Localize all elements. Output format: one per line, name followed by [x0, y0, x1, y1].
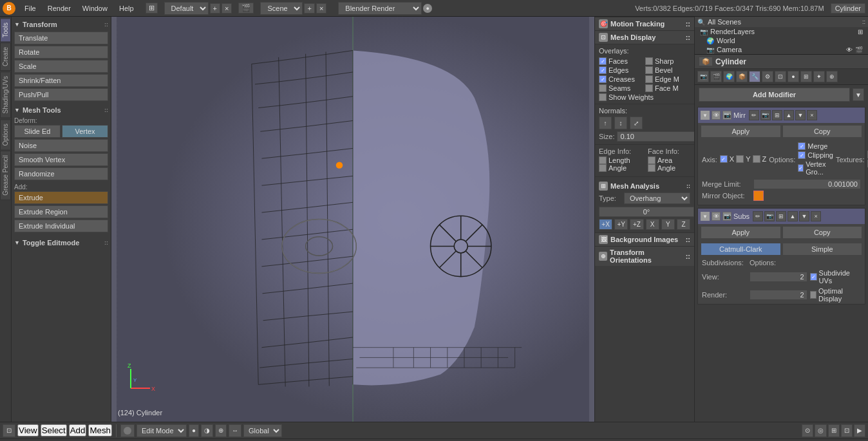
- background-images-header[interactable]: 🖼 Background Images ::: [595, 233, 694, 246]
- bevel-checkbox[interactable]: [645, 66, 653, 74]
- prop-icon-physics[interactable]: ⊕: [826, 71, 838, 82]
- mesh-display-header[interactable]: ⊡ Mesh Display ::: [595, 31, 694, 44]
- tab-grease-pencil[interactable]: Grease Pencil: [0, 151, 11, 200]
- help-menu[interactable]: Help: [114, 3, 139, 14]
- render-engine-selector[interactable]: Blender Render: [338, 2, 422, 15]
- prop-icon-constraints[interactable]: 🔧: [749, 71, 760, 82]
- catmull-clark-btn[interactable]: Catmull-Clark: [701, 243, 781, 256]
- slide-edge-btn[interactable]: Slide Ed: [14, 125, 61, 138]
- add-modifier-btn[interactable]: Add Modifier: [699, 88, 850, 102]
- subdivision-render-icon2[interactable]: ⊞: [776, 211, 786, 221]
- transform-space-selector[interactable]: Global: [243, 424, 282, 437]
- angle-val-1[interactable]: [599, 207, 694, 217]
- seams-checkbox[interactable]: [599, 84, 607, 92]
- randomize-btn[interactable]: Randomize: [14, 167, 108, 180]
- vertex-btn[interactable]: Vertex: [62, 125, 108, 138]
- mirror-render-icon2[interactable]: ⊞: [772, 110, 782, 120]
- file-menu[interactable]: File: [19, 3, 41, 14]
- screen-selector[interactable]: Default: [164, 2, 209, 15]
- smooth-vertex-btn[interactable]: Smooth Vertex: [14, 153, 108, 166]
- axis-plus-y-btn[interactable]: +Y: [614, 219, 628, 230]
- view-value-input[interactable]: [750, 272, 807, 282]
- subdivision-render-icon[interactable]: 📷: [722, 212, 731, 221]
- subdivision-collapse-btn[interactable]: ▼: [701, 212, 710, 221]
- screen-add-icon[interactable]: +: [210, 3, 220, 14]
- add-modifier-dropdown[interactable]: ▼: [853, 88, 864, 101]
- show-weights-checkbox[interactable]: [599, 93, 607, 101]
- motion-tracking-header[interactable]: 🎯 Motion Tracking ::: [595, 17, 694, 30]
- camera-vis-icon[interactable]: 👁: [846, 46, 853, 53]
- scene-selector[interactable]: Scene: [260, 2, 303, 15]
- mirror-y-checkbox[interactable]: [736, 155, 744, 163]
- subdivide-uvs-checkbox[interactable]: [810, 273, 817, 281]
- mirror-copy-btn[interactable]: Copy: [782, 125, 863, 138]
- prop-icon-world[interactable]: 🌍: [723, 71, 735, 82]
- axis-y-btn[interactable]: Y: [661, 219, 675, 230]
- mirror-apply-btn[interactable]: Apply: [701, 125, 781, 138]
- prop-icon-material[interactable]: ●: [788, 71, 799, 82]
- screen-remove-icon[interactable]: ×: [222, 3, 232, 14]
- merge-limit-input[interactable]: [753, 179, 861, 189]
- subdivision-up-icon[interactable]: ▲: [788, 211, 798, 221]
- noise-btn[interactable]: Noise: [14, 139, 108, 152]
- prop-icon-data[interactable]: ⊡: [775, 71, 786, 82]
- prop-icon-scene[interactable]: 🎬: [710, 71, 722, 82]
- viewport-shading-icon[interactable]: ●: [189, 424, 199, 437]
- axis-x-btn[interactable]: X: [646, 219, 659, 230]
- viewport-mode-icon[interactable]: ◑: [201, 424, 213, 437]
- scale-btn[interactable]: Scale: [14, 60, 108, 73]
- outliner-item-camera[interactable]: 📷 Camera 👁 🎬: [695, 45, 868, 54]
- tab-options[interactable]: Options: [0, 119, 11, 150]
- outliner-item-renderlayers[interactable]: 📷 RenderLayers ⊞: [695, 27, 868, 36]
- mirror-close-icon[interactable]: ×: [807, 110, 817, 120]
- mirror-render-icon[interactable]: 📷: [722, 111, 731, 120]
- tab-create[interactable]: Create: [0, 42, 11, 71]
- scene-remove-icon[interactable]: ×: [316, 3, 326, 14]
- camera-render-icon[interactable]: 🎬: [855, 46, 863, 53]
- mesh-analysis-header[interactable]: ⊞ Mesh Analysis ::: [599, 180, 690, 192]
- extrude-individual-btn[interactable]: Extrude Individual: [14, 220, 108, 232]
- mirror-camera-icon[interactable]: 📷: [760, 110, 771, 120]
- type-select[interactable]: Overhang: [624, 192, 690, 204]
- sharp-checkbox[interactable]: [645, 57, 653, 65]
- mirror-down-icon[interactable]: ▼: [795, 110, 806, 120]
- prop-icon-texture[interactable]: ⊞: [800, 71, 812, 82]
- push-pull-btn[interactable]: Push/Pull: [14, 88, 108, 101]
- prop-icon-render[interactable]: 📷: [697, 71, 709, 82]
- axis-plus-x-btn[interactable]: +X: [599, 219, 612, 230]
- edges-checkbox[interactable]: [599, 66, 607, 74]
- transform-orientations-header[interactable]: ⊕ Transform Orientations ::: [595, 247, 694, 266]
- clipping-checkbox[interactable]: [798, 151, 806, 159]
- size-input[interactable]: [617, 131, 694, 142]
- render-value-input[interactable]: [750, 290, 807, 300]
- proportional-icon[interactable]: ◎: [815, 424, 827, 437]
- creases-checkbox[interactable]: [599, 75, 607, 83]
- viewport[interactable]: Back Ortho Bastue: [111, 17, 594, 422]
- prop-icon-modifiers[interactable]: ⚙: [762, 71, 773, 82]
- shrink-fatten-btn[interactable]: Shrink/Fatten: [14, 74, 108, 87]
- mirror-snap-icon[interactable]: ⊞: [828, 424, 840, 437]
- subdivision-camera-icon[interactable]: 📷: [764, 211, 775, 221]
- mode-selector[interactable]: Edit Mode: [137, 424, 187, 437]
- edge-angle-checkbox[interactable]: [599, 164, 607, 172]
- subdivision-realtime-icon[interactable]: 👁: [712, 212, 721, 221]
- subdivision-copy-btn[interactable]: Copy: [782, 226, 863, 239]
- axis-z-btn[interactable]: Z: [677, 219, 690, 230]
- prop-icon-particles[interactable]: ✦: [813, 71, 825, 82]
- extrude-region-btn[interactable]: Extrude Region: [14, 205, 108, 218]
- normal-icon-1[interactable]: ↑: [599, 117, 612, 129]
- merge-checkbox[interactable]: [798, 142, 806, 150]
- playback-icon[interactable]: ▶: [854, 424, 865, 437]
- vertex-gro-checkbox[interactable]: [798, 164, 804, 172]
- translate-btn[interactable]: Translate: [14, 32, 108, 44]
- mirror-realtime-icon[interactable]: 👁: [712, 111, 721, 120]
- faces-checkbox[interactable]: [599, 57, 607, 65]
- viewport-manipulator-icon[interactable]: ↔: [229, 424, 241, 437]
- rotate-btn[interactable]: Rotate: [14, 46, 108, 59]
- window-menu[interactable]: Window: [77, 3, 113, 14]
- normal-icon-2[interactable]: ↕: [614, 117, 627, 129]
- axis-plus-z-btn[interactable]: +Z: [630, 219, 643, 230]
- prop-icon-object[interactable]: 📦: [736, 71, 748, 82]
- subdivision-edit-icon[interactable]: ✏: [753, 211, 763, 221]
- view-type-icon[interactable]: ⊡: [3, 424, 15, 437]
